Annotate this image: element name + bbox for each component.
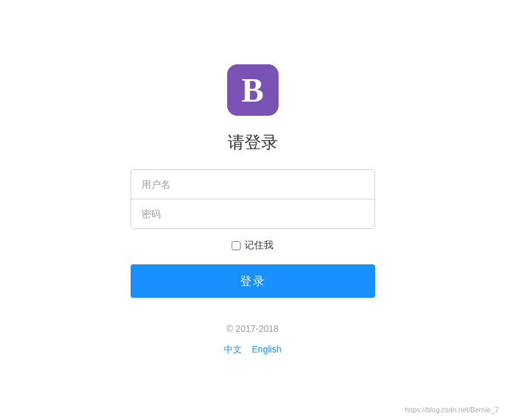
language-row: 中文 English bbox=[224, 344, 282, 356]
username-input[interactable] bbox=[131, 170, 374, 199]
bootstrap-logo: B bbox=[227, 64, 279, 116]
remember-row: 记住我 bbox=[232, 239, 273, 251]
remember-label[interactable]: 记住我 bbox=[244, 239, 273, 251]
watermark-text: https://blog.csdn.net/Bernie_7 bbox=[405, 406, 499, 414]
login-container: B 请登录 记住我 登录 © 2017-2018 中文 English bbox=[131, 64, 375, 356]
language-en-link[interactable]: English bbox=[252, 344, 282, 356]
logo-letter: B bbox=[241, 71, 264, 109]
logo-wrapper: B bbox=[227, 64, 279, 116]
page-title: 请登录 bbox=[228, 131, 278, 154]
password-input[interactable] bbox=[131, 199, 374, 228]
language-zh-link[interactable]: 中文 bbox=[224, 344, 242, 356]
copyright-text: © 2017-2018 bbox=[226, 324, 279, 334]
login-form bbox=[131, 169, 375, 229]
remember-checkbox[interactable] bbox=[232, 241, 241, 250]
footer-section: © 2017-2018 中文 English bbox=[224, 324, 282, 356]
login-button[interactable]: 登录 bbox=[131, 264, 375, 298]
